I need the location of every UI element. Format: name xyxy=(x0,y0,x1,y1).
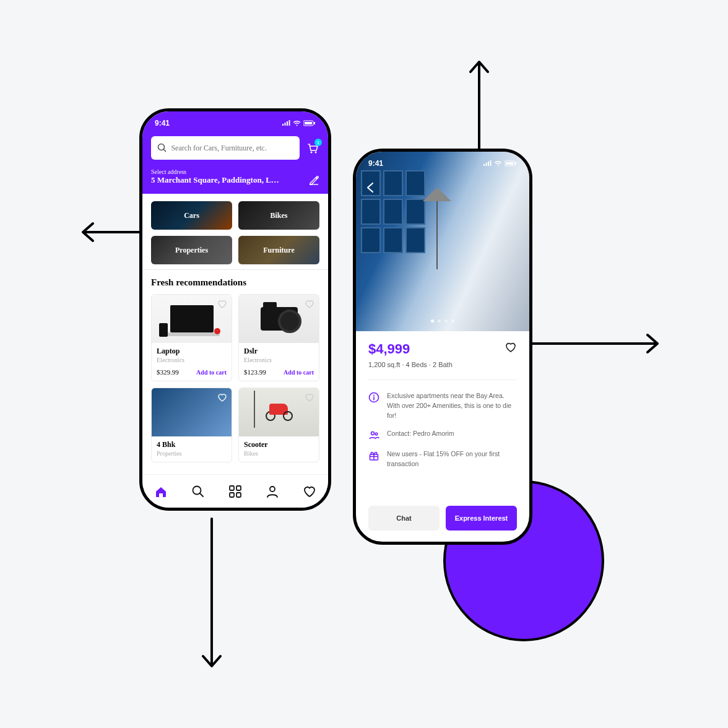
svg-rect-13 xyxy=(506,162,513,165)
phone-listing-detail: 9:41 $4,999 1,200 sq.ft · 4 Beds · 2 Bat… xyxy=(353,149,532,545)
tab-favorites-icon[interactable] xyxy=(303,485,316,498)
heart-icon[interactable] xyxy=(217,392,228,403)
carousel-dot[interactable] xyxy=(431,319,434,323)
svg-point-18 xyxy=(375,433,378,435)
product-name: Dslr xyxy=(244,347,314,356)
carousel-dots[interactable] xyxy=(431,319,454,323)
search-input[interactable] xyxy=(151,136,300,160)
hero-decor-lamp xyxy=(436,189,438,269)
address-label: Select address xyxy=(151,168,279,175)
tab-home-icon[interactable] xyxy=(154,485,168,498)
svg-point-5 xyxy=(315,152,317,154)
tab-bar xyxy=(142,474,328,508)
product-image xyxy=(239,388,319,436)
product-price: $123.99 xyxy=(244,368,266,376)
product-category: Electronics xyxy=(244,357,314,363)
product-card-dslr[interactable]: Dslr Electronics $123.99 Add to cart xyxy=(238,294,319,381)
category-label: Bikes xyxy=(270,211,287,220)
arrow-down-icon xyxy=(199,518,224,672)
express-interest-button[interactable]: Express Interest xyxy=(446,506,517,531)
status-bar: 9:41 xyxy=(356,152,529,175)
svg-rect-2 xyxy=(314,122,315,124)
cart-button[interactable]: 1 xyxy=(306,141,319,155)
listing-hero-image[interactable] xyxy=(356,152,529,331)
status-time: 9:41 xyxy=(368,159,383,168)
product-price: $329.99 xyxy=(157,368,179,376)
info-icon xyxy=(368,392,379,403)
product-card-scooter[interactable]: Scooter Bikes xyxy=(238,388,319,462)
divider xyxy=(368,379,517,380)
category-label: Furniture xyxy=(263,246,294,255)
back-button-icon[interactable] xyxy=(365,181,377,194)
product-card-laptop[interactable]: Laptop Electronics $329.99 Add to cart xyxy=(151,294,232,381)
svg-rect-8 xyxy=(236,486,241,490)
status-icons xyxy=(483,160,517,167)
status-icons xyxy=(282,120,316,126)
category-furniture[interactable]: Furniture xyxy=(238,236,319,264)
edit-icon[interactable] xyxy=(308,174,319,185)
tab-profile-icon[interactable] xyxy=(266,485,279,498)
add-to-cart-button[interactable]: Add to cart xyxy=(196,369,227,376)
phone-marketplace: 9:41 1 Select address 5 Marchant Square,… xyxy=(139,108,331,511)
carousel-dot[interactable] xyxy=(444,319,448,323)
tab-categories-icon[interactable] xyxy=(228,485,242,498)
gift-icon xyxy=(368,450,379,461)
wifi-icon xyxy=(293,120,301,126)
address-value[interactable]: 5 Marchant Square, Paddington, L… xyxy=(151,175,279,185)
arrow-up-icon xyxy=(467,56,492,161)
svg-rect-9 xyxy=(230,493,234,497)
people-icon xyxy=(368,430,379,441)
product-image xyxy=(239,295,319,343)
category-label: Cars xyxy=(184,211,199,220)
feature-row: New users - Flat 15% OFF on your first t… xyxy=(368,449,517,469)
listing-price: $4,999 xyxy=(368,341,453,357)
category-cars[interactable]: Cars xyxy=(151,201,232,230)
heart-icon[interactable] xyxy=(304,392,315,403)
svg-point-11 xyxy=(270,487,275,492)
feature-row: Contact: Pedro Amorim xyxy=(368,429,517,441)
svg-point-17 xyxy=(371,432,375,435)
tab-search-icon[interactable] xyxy=(191,485,205,498)
feature-text: Exclusive apartments near the Bay Area. … xyxy=(387,391,517,420)
listing-stats: 1,200 sq.ft · 4 Beds · 2 Bath xyxy=(368,361,453,368)
product-image xyxy=(152,388,232,436)
status-bar: 9:41 xyxy=(142,111,328,135)
svg-rect-10 xyxy=(236,493,241,497)
product-category: Electronics xyxy=(157,357,227,363)
category-bikes[interactable]: Bikes xyxy=(238,201,319,230)
svg-rect-1 xyxy=(305,122,312,124)
feature-text: Contact: Pedro Amorim xyxy=(387,429,454,439)
section-title: Fresh recommendations xyxy=(142,275,328,294)
heart-icon[interactable] xyxy=(505,341,517,353)
feature-row: Exclusive apartments near the Bay Area. … xyxy=(368,391,517,420)
search-field[interactable] xyxy=(171,144,293,153)
product-name: Laptop xyxy=(157,347,227,356)
category-properties[interactable]: Properties xyxy=(151,236,232,264)
chat-button[interactable]: Chat xyxy=(368,506,440,531)
product-category: Bikes xyxy=(244,450,314,457)
carousel-dot[interactable] xyxy=(438,319,441,323)
battery-icon xyxy=(303,120,316,126)
arrow-left-icon xyxy=(76,220,150,245)
signal-icon xyxy=(483,160,492,167)
heart-icon[interactable] xyxy=(217,298,228,310)
heart-icon[interactable] xyxy=(304,298,315,310)
svg-rect-7 xyxy=(230,486,234,490)
status-time: 9:41 xyxy=(155,119,170,128)
signal-icon xyxy=(282,120,290,126)
product-card-4bhk[interactable]: 4 Bhk Properties xyxy=(151,388,232,462)
category-label: Properties xyxy=(175,246,208,255)
battery-icon xyxy=(505,160,517,167)
svg-point-4 xyxy=(311,152,313,154)
product-image xyxy=(152,295,232,343)
product-name: Scooter xyxy=(244,440,314,449)
feature-text: New users - Flat 15% OFF on your first t… xyxy=(387,449,517,469)
cart-badge: 1 xyxy=(314,139,322,146)
product-category: Properties xyxy=(157,450,227,457)
add-to-cart-button[interactable]: Add to cart xyxy=(284,369,314,376)
search-icon xyxy=(157,143,166,153)
carousel-dot[interactable] xyxy=(451,319,454,323)
svg-point-16 xyxy=(373,395,375,396)
wifi-icon xyxy=(494,160,502,167)
divider xyxy=(142,269,328,270)
